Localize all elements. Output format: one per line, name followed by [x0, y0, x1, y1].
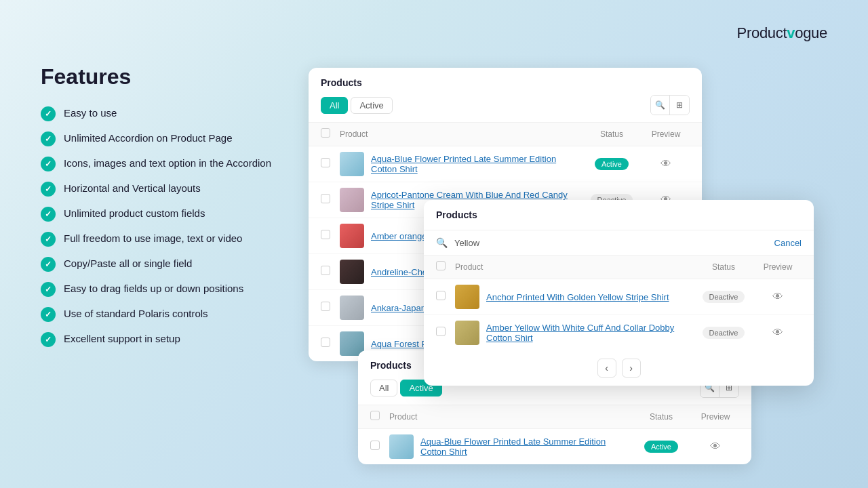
status-badge: Active — [644, 441, 678, 453]
header-checkbox[interactable] — [321, 128, 330, 138]
feature-item-full-freedom: Full freedom to use image, text or video — [41, 231, 298, 247]
logo-v: v — [787, 24, 795, 41]
feature-check-icons-images — [41, 157, 56, 171]
next-page-button[interactable]: › — [622, 359, 641, 378]
feature-item-horizontal-vertical: Horizontal and Vertical layouts — [41, 181, 298, 197]
feature-check-drag-fields — [41, 282, 56, 297]
top-table-header: Product Status Preview — [309, 123, 702, 146]
feature-item-support: Excellent support in setup — [41, 331, 298, 347]
row-checkbox-1[interactable] — [321, 194, 330, 203]
bottom-product-table: Product Status Preview Aqua-Blue Flower … — [358, 405, 751, 464]
product-thumb — [340, 296, 364, 320]
features-list: Easy to use Unlimited Accordion on Produ… — [41, 106, 298, 347]
status-cell: Active — [581, 159, 642, 169]
bottom-header-checkbox[interactable] — [370, 411, 380, 420]
product-name-link[interactable]: Amber Yellow With White Cuff And Collar … — [486, 323, 693, 343]
table-row: Amber Yellow With White Cuff And Collar … — [424, 315, 814, 350]
feature-check-polaris — [41, 307, 56, 322]
feature-check-unlimited-fields — [41, 207, 56, 222]
modal-header-checkbox[interactable] — [436, 261, 446, 270]
product-thumb — [340, 224, 364, 248]
tab-active-top[interactable]: Active — [351, 97, 392, 114]
feature-check-unlimited-accordion — [41, 131, 56, 146]
row-checkbox-3[interactable] — [321, 266, 330, 275]
tab-all-top[interactable]: All — [321, 97, 348, 114]
cancel-button[interactable]: Cancel — [774, 238, 802, 248]
pagination-row: ‹ › — [424, 350, 814, 386]
logo-product: Product — [737, 24, 787, 41]
col-product-label: Product — [340, 129, 581, 139]
product-name-link[interactable]: Aqua-Blue Flower Printed Late Summer Edi… — [420, 436, 631, 457]
bottom-col-status: Status — [631, 412, 692, 422]
search-filter-wrapper: 🔍 ⊞ — [650, 95, 690, 115]
col-preview-label: Preview — [642, 129, 690, 139]
feature-text-easy-to-use: Easy to use — [64, 106, 117, 120]
search-filter-area: 🔍 ⊞ — [650, 95, 690, 115]
modal-table-rows: Anchor Printed With Golden Yellow Stripe… — [424, 279, 814, 350]
table-row: Aqua-Blue Flower Printed Late Summer Edi… — [309, 146, 702, 182]
modal-header: Products — [424, 200, 814, 230]
product-name-link[interactable]: Anchor Printed With Golden Yellow Stripe… — [486, 292, 669, 302]
modal-col-product: Product — [455, 262, 693, 272]
row-checkbox-0[interactable] — [321, 158, 330, 167]
feature-item-polaris: Use of standard Polaris controls — [41, 306, 298, 322]
preview-eye-icon[interactable]: 👁 — [692, 441, 739, 453]
product-thumb — [340, 260, 364, 284]
bottom-table-header: Product Status Preview — [358, 405, 751, 429]
row-checkbox-0[interactable] — [436, 291, 446, 300]
feature-check-easy-to-use — [41, 106, 56, 121]
search-icon[interactable]: 🔍 — [651, 96, 670, 115]
feature-text-horizontal-vertical: Horizontal and Vertical layouts — [64, 181, 201, 195]
feature-item-easy-to-use: Easy to use — [41, 106, 298, 121]
status-cell: Deactive — [693, 292, 754, 302]
modal-search-input[interactable] — [454, 238, 768, 248]
row-checkbox-5[interactable] — [321, 338, 330, 347]
product-thumb — [340, 188, 364, 212]
row-checkbox-2[interactable] — [321, 230, 330, 239]
table-row: Anchor Printed With Golden Yellow Stripe… — [424, 279, 814, 315]
tab-all-bottom[interactable]: All — [370, 380, 397, 396]
preview-eye-icon[interactable]: 👁 — [754, 291, 802, 303]
features-title: Features — [41, 64, 298, 89]
row-checkbox-0[interactable] — [370, 441, 380, 450]
logo: Productvogue — [737, 24, 827, 42]
logo-ogue: ogue — [795, 24, 827, 41]
top-panel-tabs: All Active 🔍 ⊞ — [309, 88, 702, 123]
modal-products-panel: Products 🔍 Cancel Product Status Preview… — [424, 200, 814, 386]
feature-item-unlimited-accordion: Unlimited Accordion on Product Page — [41, 131, 298, 146]
row-checkbox-1[interactable] — [436, 327, 446, 336]
features-section: Features Easy to use Unlimited Accordion… — [41, 64, 298, 357]
feature-item-copy-paste: Copy/Paste all or single field — [41, 256, 298, 272]
product-thumb — [389, 434, 414, 459]
feature-check-copy-paste — [41, 257, 56, 272]
product-name-link[interactable]: Aqua-Blue Flower Printed Late Summer Edi… — [371, 154, 581, 174]
feature-text-support: Excellent support in setup — [64, 331, 180, 346]
preview-eye-icon[interactable]: 👁 — [642, 158, 690, 170]
feature-item-icons-images: Icons, images and text option in the Acc… — [41, 156, 298, 171]
prev-page-button[interactable]: ‹ — [597, 359, 616, 378]
feature-text-unlimited-fields: Unlimited product custom fields — [64, 206, 205, 220]
feature-check-support — [41, 332, 56, 347]
modal-product-table: Product Status Preview Anchor Printed Wi… — [424, 256, 814, 350]
feature-text-polaris: Use of standard Polaris controls — [64, 306, 208, 321]
status-cell: Deactive — [693, 328, 754, 338]
col-status-label: Status — [581, 129, 642, 139]
top-panel-header: Products — [309, 68, 702, 88]
feature-text-icons-images: Icons, images and text option in the Acc… — [64, 156, 271, 170]
product-thumb — [455, 285, 479, 309]
row-checkbox-4[interactable] — [321, 302, 330, 311]
preview-eye-icon[interactable]: 👁 — [754, 327, 802, 339]
table-row: Aqua-Blue Flower Printed Late Summer Edi… — [358, 429, 751, 464]
modal-title: Products — [436, 209, 477, 220]
bottom-table-rows: Aqua-Blue Flower Printed Late Summer Edi… — [358, 429, 751, 464]
filter-icon[interactable]: ⊞ — [670, 96, 689, 115]
modal-col-status: Status — [693, 262, 754, 272]
feature-item-unlimited-fields: Unlimited product custom fields — [41, 206, 298, 222]
feature-check-full-freedom — [41, 232, 56, 247]
feature-check-horizontal-vertical — [41, 182, 56, 197]
product-thumb — [455, 321, 479, 345]
feature-text-drag-fields: Easy to drag fields up or down positions — [64, 281, 243, 296]
feature-text-full-freedom: Full freedom to use image, text or video — [64, 231, 242, 245]
feature-text-unlimited-accordion: Unlimited Accordion on Product Page — [64, 131, 232, 145]
status-badge: Deactive — [703, 327, 745, 339]
